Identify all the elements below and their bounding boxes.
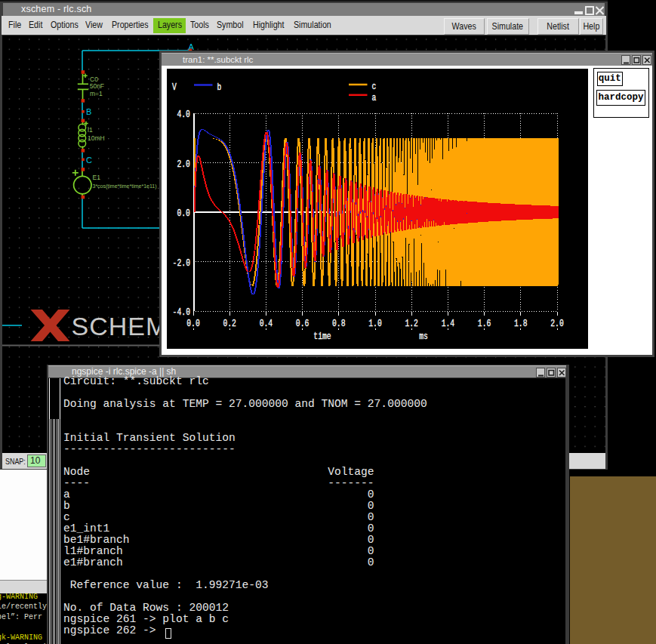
svg-text:10mH: 10mH [88, 134, 105, 142]
svg-text:0.0: 0.0 [177, 208, 190, 219]
svg-text:3*cos(time*time*time*1e11): 3*cos(time*time*time*1e11) [93, 183, 157, 190]
svg-text:50nF: 50nF [90, 82, 104, 90]
svg-text:-2.0: -2.0 [173, 257, 190, 269]
svg-text:2.0: 2.0 [177, 159, 190, 170]
svg-text:1.6: 1.6 [478, 318, 491, 329]
svg-text:A: A [189, 42, 195, 51]
svg-text:0.0: 0.0 [186, 318, 200, 329]
svg-text:m=1: m=1 [90, 90, 103, 97]
svg-text:1.4: 1.4 [442, 318, 455, 329]
svg-text:E1: E1 [93, 174, 101, 181]
svg-text:1.2: 1.2 [405, 318, 418, 329]
svg-text:1.8: 1.8 [514, 318, 528, 329]
svg-text:4.0: 4.0 [177, 109, 190, 120]
svg-text:time: time [313, 331, 331, 342]
svg-text:0.2: 0.2 [223, 318, 236, 329]
svg-text:SCHEM: SCHEM [72, 312, 168, 340]
svg-text:-4.0: -4.0 [173, 307, 190, 318]
svg-text:0.6: 0.6 [296, 318, 310, 329]
svg-text:0.8: 0.8 [332, 318, 346, 329]
svg-text:V: V [172, 82, 177, 93]
svg-text:C: C [86, 156, 92, 165]
svg-text:b: b [217, 82, 222, 93]
svg-text:2.0: 2.0 [550, 318, 564, 329]
svg-text:B: B [86, 107, 91, 116]
svg-text:ms: ms [419, 331, 428, 342]
svg-text:a: a [372, 92, 377, 103]
svg-text:c: c [372, 81, 377, 92]
svg-text:1.0: 1.0 [368, 318, 382, 329]
svg-text:0.4: 0.4 [260, 318, 273, 329]
svg-text:l1: l1 [88, 126, 93, 134]
